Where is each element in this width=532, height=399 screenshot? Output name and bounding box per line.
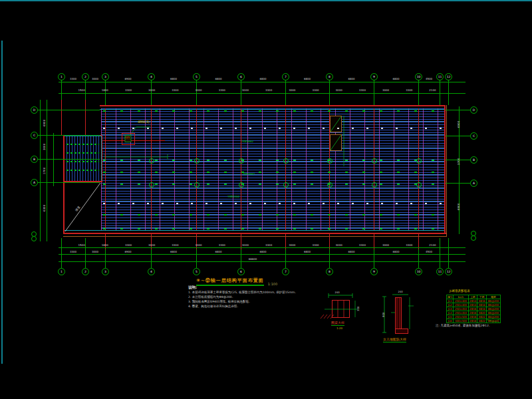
dim-label: 5700 [457, 158, 460, 165]
axis-grid-line-red [85, 100, 86, 135]
dim-label: 3300 [70, 250, 76, 253]
beam-mark-row [103, 214, 442, 215]
beam-ring-mark [239, 182, 244, 188]
axis-grid-line-red [61, 100, 62, 135]
dim-chain-line [59, 93, 466, 94]
dim-label: 3000 [242, 243, 249, 247]
slab-hatch-field [101, 108, 444, 230]
axis-bubble-bottom: 6 [237, 268, 245, 275]
beam-ring-mark [372, 158, 377, 164]
dim-label: 6800 [259, 250, 266, 253]
dim-chain-line [47, 100, 47, 241]
plan-right-edge-red [444, 105, 446, 233]
beam-schedule-table: 编号b×h上筋下筋箍筋JL1250×4002Φ143Φ16Φ6@200JL225… [446, 295, 501, 323]
axis-bubble-bottom: 8 [326, 268, 333, 275]
dim-label: 6800 [304, 250, 311, 253]
slab-mark-label: YKB3662 [241, 140, 253, 143]
schedule-cell: 250×400 [454, 303, 469, 307]
dim-label: 6800 [348, 250, 354, 253]
schedule-cell: Φ6@200 [486, 303, 500, 307]
plan-bottom-edge-orange [63, 236, 447, 237]
dim-label: 3300 [312, 243, 319, 247]
rebar-band [66, 170, 99, 171]
dim-label: 6900 [124, 250, 131, 253]
schedule-cell: Φ6@200 [486, 307, 500, 311]
schedule-caption: 注: 凡梁高≥450者, 梁侧各加腰筋2Φ12。 [436, 324, 491, 327]
axis-bubble-right: D [470, 106, 477, 114]
note-item: 4. 圈梁、构造柱做法详见结施总说明。 [188, 304, 311, 309]
notes-heading: 说明: [188, 285, 311, 290]
plan-right-edge-orange [446, 105, 447, 237]
dim-label: 6800 [304, 77, 311, 80]
axis-grid-line [440, 238, 440, 268]
dim-label: 3300 [265, 88, 272, 92]
schedule-cell: Φ8@200 [486, 315, 500, 319]
plan-top-edge-red [100, 105, 446, 106]
beam-ring-mark [194, 182, 200, 188]
detail1-dim-side: 300 [356, 307, 360, 311]
beam-mark-row [103, 228, 442, 229]
axis-grid-line [440, 80, 440, 105]
dim-label: 3300 [265, 243, 272, 247]
axis-bubble-bottom: 12 [445, 268, 452, 275]
schedule-cell: 250×500 [454, 315, 469, 319]
dim-chain-line [59, 82, 466, 82]
ramp-label: 坡道 [74, 205, 80, 212]
schedule-cell: 250×450 [454, 307, 469, 311]
dim-label: 3000 [148, 243, 155, 247]
dim-label: 6800 [348, 77, 354, 80]
beam-mark-row [103, 128, 442, 129]
schedule-cell: 250×450 [454, 311, 469, 315]
dim-label-total: 66600 [249, 257, 257, 261]
dim-label: 1800 [102, 243, 108, 247]
beam-ring-mark [327, 182, 332, 188]
dim-label: 3300 [219, 243, 225, 247]
schedule-cell: Φ8@200 [486, 319, 500, 323]
dim-chain-line [59, 254, 466, 255]
axis-bubble-right: A [470, 180, 477, 187]
note-item: 2. 未注明板底钢筋均为Φ8@200。 [188, 295, 311, 299]
dim-label: 4500 [426, 250, 432, 253]
axis-bubble-top: 8 [326, 73, 333, 80]
frame-left-border [1, 41, 3, 364]
frame-top-border [0, 0, 532, 1]
beam-ring-mark [416, 182, 422, 188]
dim-label: 1500 [78, 243, 85, 247]
plan-bottom-edge-cyan [63, 230, 446, 231]
stair-slab-label: 4M4(3) [138, 120, 150, 124]
dim-chain-line [40, 100, 41, 241]
beam-mark-row [103, 110, 442, 112]
beam-ring-mark [149, 182, 154, 188]
axis-grid-line [241, 80, 241, 105]
detail2-dim-side: 900 [382, 313, 385, 317]
axis-bubble-right: B [470, 156, 477, 164]
dim-chain-line [59, 261, 466, 262]
dim-label: 3000 [289, 243, 295, 247]
dim-label: 3000 [242, 88, 249, 92]
dim-label: 6800 [259, 77, 266, 80]
beam-ring-mark [283, 158, 289, 164]
axis-grid-line-red [151, 108, 152, 230]
beam-ring-mark [372, 182, 377, 188]
axis-bubble-top: 5 [193, 73, 200, 80]
dim-label: 3300 [125, 243, 132, 247]
axis-bubble-left: C [31, 132, 38, 139]
dim-chain-line [59, 247, 466, 248]
axis-bubble-right: C [470, 132, 477, 140]
dim-label: 4500 [426, 77, 432, 80]
schedule-cell: 3Φ20 [477, 311, 487, 315]
beam-ring-mark [416, 158, 422, 164]
dim-label: 3300 [312, 88, 319, 92]
axis-grid-line-red [196, 108, 197, 230]
rebar-band [66, 152, 99, 154]
dim-label: 6800 [170, 250, 177, 253]
axis-grid-line-red [105, 108, 106, 230]
axis-bubble-left: B [31, 156, 38, 163]
axis-bubble-bottom: 4 [148, 268, 155, 275]
dim-label: 6300 [43, 205, 46, 211]
axis-grid-line [446, 110, 470, 110]
stair-bottom-red [63, 181, 102, 182]
axis-grid-line [374, 80, 374, 105]
dim-label: 6900 [457, 203, 460, 210]
axis-bubble-top: 11 [436, 73, 444, 80]
